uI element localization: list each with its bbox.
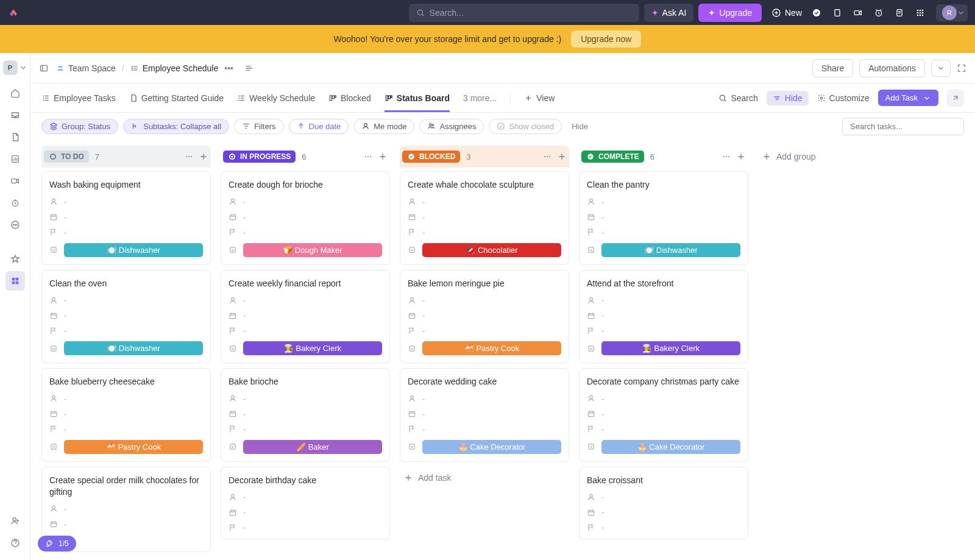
priority-row[interactable]: - <box>49 425 203 434</box>
home-icon[interactable] <box>5 83 25 103</box>
expand-fullscreen-icon[interactable] <box>957 63 966 73</box>
customize-button[interactable]: Customize <box>817 93 870 103</box>
status-pill[interactable]: IN PROGRESS <box>223 151 296 163</box>
assignee-row[interactable]: - <box>408 296 561 305</box>
column-more-icon[interactable] <box>363 152 373 161</box>
spaces-icon[interactable] <box>5 271 25 291</box>
role-tag[interactable]: 🍽️ Dishwasher <box>64 243 203 257</box>
column-more-icon[interactable] <box>542 152 552 161</box>
dropdown-icon[interactable] <box>229 344 237 353</box>
add-task-button[interactable]: Add Task <box>878 90 938 106</box>
assignee-row[interactable]: - <box>587 492 740 502</box>
app-logo[interactable] <box>7 7 20 19</box>
priority-row[interactable]: - <box>408 425 561 434</box>
priority-row[interactable]: - <box>49 228 203 237</box>
dropdown-icon[interactable] <box>408 442 416 451</box>
invite-icon[interactable] <box>5 511 25 531</box>
ask-ai-button[interactable]: ✦ Ask AI <box>644 4 694 22</box>
show-closed-chip[interactable]: Show closed <box>489 119 562 134</box>
role-tag[interactable]: 🍰 Pastry Cook <box>64 440 203 454</box>
role-tag[interactable]: 🍫 Chocolatier <box>422 243 561 257</box>
automations-dropdown[interactable] <box>931 60 951 77</box>
priority-row[interactable]: - <box>49 326 203 335</box>
column-add-icon[interactable] <box>378 152 388 161</box>
favorites-icon[interactable] <box>5 249 25 269</box>
check-circle-icon[interactable] <box>812 8 821 18</box>
notepad-icon[interactable] <box>895 8 904 18</box>
view-tab-employee-tasks[interactable]: Employee Tasks <box>41 83 116 112</box>
assignee-row[interactable]: - <box>229 394 382 403</box>
date-row[interactable]: - <box>229 508 382 517</box>
column-more-icon[interactable] <box>184 152 194 161</box>
role-tag[interactable]: 🍽️ Dishwasher <box>601 243 740 257</box>
dropdown-icon[interactable] <box>587 442 595 451</box>
date-row[interactable]: - <box>49 409 203 419</box>
assignee-row[interactable]: - <box>49 296 203 305</box>
task-card[interactable]: Clean the oven - - - 🍽️ Dishwasher <box>41 270 211 364</box>
dropdown-icon[interactable] <box>49 442 58 451</box>
priority-row[interactable]: - <box>587 228 740 237</box>
collapse-icon[interactable] <box>244 63 254 73</box>
me-mode-chip[interactable]: Me mode <box>353 119 414 134</box>
video-icon[interactable] <box>853 8 863 18</box>
clips-icon[interactable] <box>5 171 25 191</box>
role-tag[interactable]: 🎂 Cake Decorator <box>422 440 561 454</box>
assignee-row[interactable]: - <box>587 296 740 305</box>
date-row[interactable]: - <box>229 311 382 320</box>
role-tag[interactable]: 🍰 Pastry Cook <box>422 341 561 355</box>
assignee-row[interactable]: - <box>587 394 740 403</box>
priority-row[interactable]: - <box>587 326 740 335</box>
dropdown-icon[interactable] <box>49 246 58 254</box>
date-row[interactable]: - <box>408 213 561 222</box>
task-card[interactable]: Decorate birthday cake - - - <box>221 467 390 541</box>
assignee-row[interactable]: - <box>408 197 561 207</box>
dropdown-icon[interactable] <box>408 246 416 254</box>
priority-row[interactable]: - <box>229 523 382 532</box>
priority-row[interactable]: - <box>587 523 740 532</box>
role-tag[interactable]: 🥖 Baker <box>243 440 382 454</box>
docs-icon[interactable] <box>5 127 25 147</box>
clipboard-icon[interactable] <box>832 8 842 18</box>
timesheets-icon[interactable] <box>5 193 25 213</box>
task-card[interactable]: Bake croissant - - - <box>579 467 748 541</box>
dropdown-icon[interactable] <box>49 344 58 353</box>
dropdown-icon[interactable] <box>408 344 416 353</box>
search-tasks-input[interactable] <box>842 118 964 135</box>
view-tab-weekly-schedule[interactable]: Weekly Schedule <box>237 83 315 112</box>
views-more[interactable]: 3 more... <box>463 93 497 103</box>
column-add-icon[interactable] <box>736 152 746 161</box>
add-task-link[interactable]: Add task <box>400 467 569 489</box>
subtasks-chip[interactable]: Subtasks: Collapse all <box>123 119 229 134</box>
assignee-row[interactable]: - <box>229 296 382 305</box>
role-tag[interactable]: 👩‍🍳 Bakery Clerk <box>243 341 382 355</box>
date-row[interactable]: - <box>587 213 740 222</box>
assignee-row[interactable]: - <box>49 394 203 403</box>
share-button[interactable]: Share <box>812 59 853 77</box>
priority-row[interactable]: - <box>229 326 382 335</box>
column-add-icon[interactable] <box>199 152 208 161</box>
assignee-row[interactable]: - <box>229 197 382 207</box>
page-more-icon[interactable]: ••• <box>224 63 233 73</box>
role-tag[interactable]: 🎂 Cake Decorator <box>601 440 740 454</box>
status-pill[interactable]: COMPLETE <box>581 151 644 163</box>
global-search[interactable]: Search... <box>409 4 639 22</box>
assignee-row[interactable]: - <box>408 394 561 403</box>
more-icon[interactable] <box>5 215 25 235</box>
date-row[interactable]: - <box>587 508 740 517</box>
hide-button[interactable]: Hide <box>767 91 809 105</box>
role-tag[interactable]: 🍞 Dough Maker <box>243 243 382 257</box>
due-date-chip[interactable]: Due date <box>289 119 349 134</box>
add-view-button[interactable]: View <box>524 83 555 112</box>
date-row[interactable]: - <box>408 311 561 320</box>
priority-row[interactable]: - <box>229 228 382 237</box>
date-row[interactable]: - <box>49 213 203 222</box>
date-row[interactable]: - <box>49 520 203 529</box>
column-add-icon[interactable] <box>557 152 567 161</box>
task-card[interactable]: Decorate wedding cake - - - 🎂 Cake Decor… <box>400 368 569 462</box>
role-tag[interactable]: 🍽️ Dishwasher <box>64 341 203 355</box>
expand-button[interactable] <box>947 90 964 107</box>
column-more-icon[interactable] <box>722 152 731 161</box>
apps-icon[interactable] <box>915 8 925 18</box>
workspace-switcher[interactable]: P <box>3 60 27 75</box>
task-card[interactable]: Clean the pantry - - - 🍽️ Dishwasher <box>579 171 748 265</box>
